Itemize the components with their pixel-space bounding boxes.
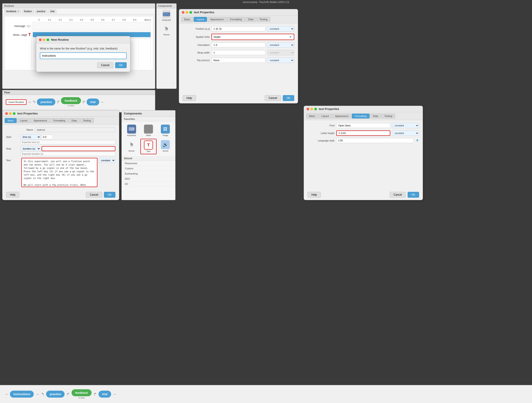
bottom-flow-instructions[interactable]: Instructions [10,391,34,398]
formatting-ok-btn[interactable]: OK [408,192,419,198]
keyboard-icon: ⌨ [127,125,136,134]
letter-height-select[interactable]: constant [392,130,419,136]
stop-type-select[interactable]: duration (s) [20,146,41,151]
routine-name-input[interactable] [40,52,127,59]
basic-min-btn[interactable] [9,112,12,115]
formatting-tab-layout[interactable]: Layout [318,113,332,119]
comp-list-responses[interactable]: Responses [122,161,175,166]
tab-fixation[interactable]: fixation [22,9,34,13]
formatting-help-btn[interactable]: Help [308,192,321,198]
start-type-select[interactable]: time (s) [20,134,41,139]
start-value-input[interactable] [42,135,53,139]
comp-sidebar-keyboard[interactable]: Keyboard [157,8,176,23]
comp-image[interactable]: 🖼 Image [158,123,173,138]
spatial-units-field[interactable]: height ▼ [211,34,294,40]
font-select[interactable]: constant [392,123,419,128]
basic-tab-formatting[interactable]: Formatting [51,118,68,123]
flow-arrow-2: → [100,100,104,104]
formatting-tab-testing[interactable]: Testing [381,113,395,119]
props-tab-appearance[interactable]: Appearance [207,17,227,22]
text-props-layout-footer: Help Cancel OK [179,95,298,101]
formatting-tab-formatting[interactable]: Formatting [352,113,370,119]
dialog-max-button[interactable] [47,38,49,41]
tab-practice[interactable]: practice [35,9,48,13]
comp-mouse[interactable]: 🖱 Mouse [123,139,139,154]
bottom-flow-trial[interactable]: trial [99,391,111,398]
comp-list-io[interactable]: I/O [122,182,175,187]
dialog-cancel-button[interactable]: Cancel [97,62,113,68]
basic-tab-testing[interactable]: Testing [80,118,94,123]
formatting-tab-basic[interactable]: Basic [306,113,318,119]
orientation-field[interactable]: $ 0 [211,43,266,47]
dialog-close-button[interactable] [39,38,42,41]
dialog-ok-button[interactable]: OK [115,62,127,68]
components-sidebar-title: Components [157,4,176,8]
formatting-min-btn[interactable] [310,108,313,110]
formatting-tab-data[interactable]: Data [370,113,381,119]
props-tab-testing[interactable]: Testing [257,17,270,22]
wrap-width-select[interactable]: constant [267,50,294,55]
text-constant-select[interactable]: constant [99,158,115,163]
stop-expected-input[interactable] [20,152,115,156]
stop-value-input[interactable] [42,146,115,151]
dialog-min-button[interactable] [43,38,45,41]
comp-slider[interactable]: Slider [140,123,156,138]
basic-tab-data[interactable]: Data [69,118,80,123]
formatting-cancel-btn[interactable]: Cancel [390,192,405,198]
formatting-max-btn[interactable] [314,108,317,110]
comp-list-custom[interactable]: Custom [122,166,175,171]
flip-field[interactable]: None [211,58,266,63]
basic-ok-btn[interactable]: OK [104,192,115,198]
text-props-basic-titlebar: text Properties [2,110,119,117]
props-tab-data[interactable]: Data [245,17,256,22]
tab-feedback-close[interactable]: ✕ [17,10,19,13]
basic-tab-layout[interactable]: Layout [17,118,30,123]
comp-sound[interactable]: 🔊 Sound [158,139,173,154]
orientation-select[interactable]: constant [267,42,294,48]
bottom-flow-feedback[interactable]: feedback [71,389,91,396]
basic-tab-appearance[interactable]: Appearance [31,118,50,123]
basic-cancel-btn[interactable]: Cancel [86,192,102,198]
formatting-close-btn[interactable] [307,108,309,110]
bottom-flow-arrow-1: → [36,392,39,396]
props-tab-basic[interactable]: Basic [181,17,193,22]
formatting-tab-appearance[interactable]: Appearance [332,113,351,119]
layout-close-btn[interactable] [182,11,184,14]
comp-text[interactable]: T Text [140,139,156,154]
font-field[interactable]: Open Sans [336,123,390,128]
basic-help-btn[interactable]: Help [6,192,19,198]
flip-select[interactable]: constant [267,57,294,63]
text-area-input[interactable]: In this experiment, you will see a fixat… [21,158,97,187]
comp-sidebar-mouse[interactable]: 🖱 Mouse [157,23,176,38]
position-select[interactable]: constant [267,26,294,31]
comp-list-eyetracking[interactable]: Eyetracking [122,171,175,176]
bottom-flow-practice[interactable]: practice [46,391,64,398]
tab-trial[interactable]: trial [48,9,57,13]
layout-min-btn[interactable] [186,11,188,14]
wrap-width-field[interactable]: $ [211,50,266,55]
comp-list-eeg[interactable]: EEG [122,176,175,182]
basic-tab-basic[interactable]: Basic [5,118,17,123]
flow-node-trial[interactable]: trial [87,99,99,106]
props-tab-layout[interactable]: Layout [194,17,207,22]
layout-max-btn[interactable] [190,11,192,14]
comp-keyboard[interactable]: ⌨ Keyboard [123,123,139,138]
layout-help-btn[interactable]: Help [183,95,196,101]
props-tab-formatting[interactable]: Formatting [227,17,245,22]
keyboard-label: Keyboard [127,134,136,137]
flow-node-feedback[interactable]: feedback [61,97,81,104]
letter-height-field[interactable]: $ 0.03 [336,130,390,136]
bottom-flow-bar: → Instructions → ↰ practice ↱ feedback (… [0,385,532,403]
layout-cancel-btn[interactable]: Cancel [265,95,281,101]
start-expected-input[interactable] [20,140,115,144]
insert-routine-button[interactable]: Insert Routine [6,99,26,105]
layout-ok-btn[interactable]: OK [283,95,294,101]
name-input[interactable] [35,127,115,132]
tab-feedback[interactable]: feedback ✕ [4,9,21,13]
basic-close-btn[interactable] [5,112,8,115]
ruler-06: 0.6 [98,19,108,21]
position-field[interactable]: $ (0, 0) [211,26,266,31]
language-style-field[interactable]: LTR [336,138,414,143]
basic-max-btn[interactable] [13,112,16,115]
flow-node-practice[interactable]: practice [37,99,55,106]
